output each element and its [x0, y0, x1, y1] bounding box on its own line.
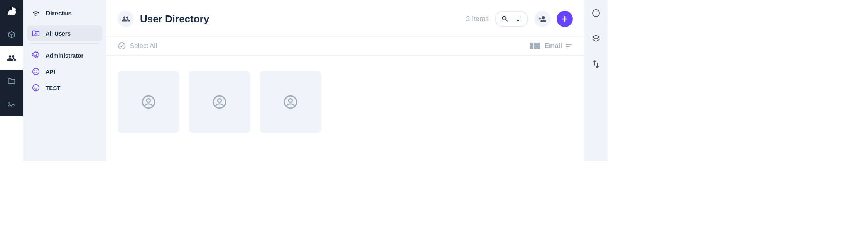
- select-all-button[interactable]: Select All: [118, 42, 157, 50]
- search-icon: [501, 15, 509, 23]
- svg-point-9: [147, 99, 150, 102]
- svg-point-3: [37, 70, 37, 71]
- info-icon: [591, 8, 601, 18]
- user-card[interactable]: [118, 71, 179, 133]
- create-user-button[interactable]: [557, 11, 573, 27]
- svg-point-5: [34, 87, 35, 87]
- insights-icon: [7, 100, 16, 109]
- nav-item-label: TEST: [46, 85, 60, 91]
- svg-point-13: [289, 99, 292, 102]
- layers-icon: [591, 34, 601, 43]
- users-icon: [7, 53, 16, 63]
- svg-point-1: [33, 68, 39, 75]
- nav-item-api[interactable]: API: [27, 64, 102, 79]
- layout-grid-button[interactable]: [530, 43, 540, 49]
- invite-user-button[interactable]: [534, 11, 551, 27]
- face-icon: [32, 67, 40, 76]
- page-header-icon: [118, 11, 134, 27]
- person-add-icon: [538, 15, 547, 23]
- nav-divider: [30, 43, 99, 44]
- item-count: 3 Items: [466, 15, 489, 23]
- module-users[interactable]: [0, 46, 23, 70]
- select-all-label: Select All: [130, 42, 157, 50]
- rabbit-icon: [6, 6, 17, 17]
- user-card[interactable]: [260, 71, 321, 133]
- module-files[interactable]: [0, 70, 23, 93]
- account-icon: [212, 95, 227, 109]
- face-icon: [32, 83, 40, 92]
- navigation-panel: Directus All Users Administrator: [23, 0, 106, 161]
- wifi-icon: [32, 9, 40, 18]
- sidebar-layers-button[interactable]: [590, 32, 602, 45]
- nav-item-label: All Users: [46, 30, 71, 37]
- cube-icon: [7, 31, 16, 39]
- folder-user-icon: [32, 29, 40, 37]
- sort-button[interactable]: Email: [545, 42, 573, 50]
- project-name: Directus: [46, 10, 72, 17]
- folder-icon: [7, 77, 16, 85]
- main-content: User Directory 3 Items: [106, 0, 584, 161]
- nav-item-label: API: [46, 68, 55, 75]
- module-insights[interactable]: [0, 93, 23, 116]
- page-title: User Directory: [140, 13, 209, 25]
- sort-icon: [565, 42, 573, 50]
- account-icon: [283, 95, 298, 109]
- user-card[interactable]: [189, 71, 250, 133]
- svg-point-4: [33, 85, 39, 91]
- brand-logo[interactable]: [0, 0, 23, 23]
- nav-item-label: Administrator: [46, 52, 83, 59]
- nav-item-administrator[interactable]: Administrator: [27, 48, 102, 63]
- nav-item-test[interactable]: TEST: [27, 80, 102, 95]
- verified-icon: [32, 51, 40, 59]
- sort-field-label: Email: [545, 42, 562, 50]
- module-content[interactable]: [0, 23, 23, 46]
- svg-point-2: [34, 70, 35, 71]
- check-circle-icon: [118, 42, 126, 50]
- svg-point-15: [596, 11, 596, 12]
- svg-point-11: [218, 99, 221, 102]
- nav-header[interactable]: Directus: [23, 4, 106, 25]
- sidebar-info-button[interactable]: [590, 7, 602, 19]
- list-toolbar: Select All Email: [106, 36, 584, 56]
- sidebar-import-export-button[interactable]: [590, 58, 602, 70]
- module-bar: [0, 0, 23, 161]
- search-filter-button[interactable]: [495, 11, 528, 27]
- account-icon: [141, 95, 156, 109]
- svg-point-6: [37, 87, 37, 87]
- svg-point-0: [35, 33, 37, 34]
- users-icon: [122, 15, 130, 23]
- plus-icon: [561, 15, 569, 23]
- user-cards-grid: [106, 56, 584, 148]
- import-export-icon: [591, 59, 601, 69]
- right-sidebar: [584, 0, 608, 161]
- nav-list: All Users Administrator API: [23, 25, 106, 95]
- filter-icon: [514, 15, 522, 23]
- nav-item-all-users[interactable]: All Users: [27, 25, 102, 41]
- page-header: User Directory 3 Items: [106, 0, 584, 36]
